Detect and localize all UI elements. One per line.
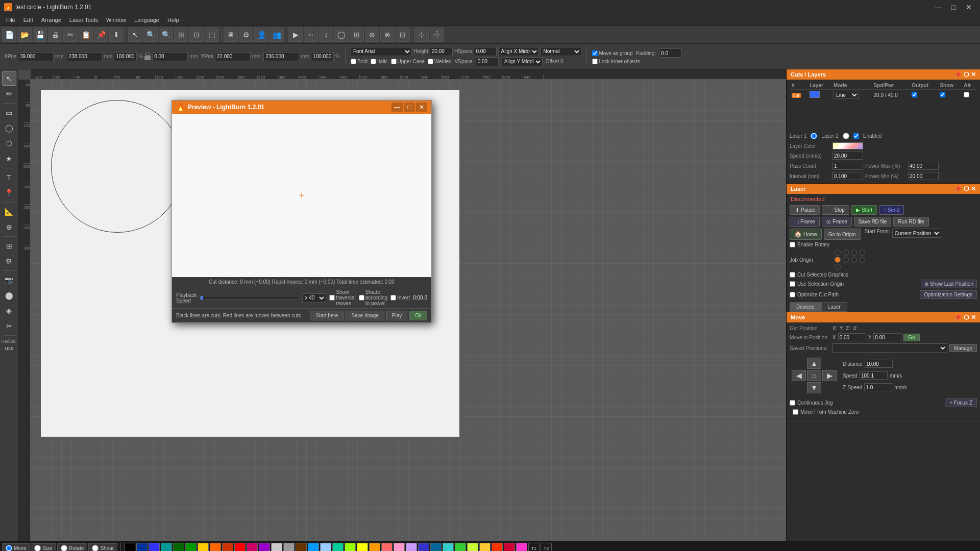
layer-color-swatch[interactable] xyxy=(832,142,863,149)
color-31[interactable] xyxy=(504,543,515,552)
color-30[interactable] xyxy=(492,543,503,552)
save-rd-button[interactable]: Save RD file xyxy=(854,217,892,227)
ellipse-tool[interactable]: ◯ xyxy=(2,121,16,135)
text-tool[interactable]: T xyxy=(2,170,16,185)
cuts-layers-pin[interactable]: 📌 xyxy=(954,71,962,78)
start-from-select[interactable]: Current Position Absolute Coords User Or… xyxy=(892,229,941,238)
xpos-input[interactable] xyxy=(18,52,54,61)
maximize-button[interactable]: □ xyxy=(946,2,961,12)
align-x-select[interactable]: Align X Middle xyxy=(498,47,539,56)
color-09[interactable] xyxy=(234,543,246,552)
send-button[interactable]: ↑ Send xyxy=(879,205,904,215)
invert-checkbox[interactable]: Invert xyxy=(390,295,410,300)
paste-button[interactable]: 📌 xyxy=(94,28,108,42)
go-button[interactable]: Go xyxy=(903,334,919,341)
polygon-tool[interactable]: ⬡ xyxy=(2,136,16,151)
color-14[interactable] xyxy=(296,543,307,552)
move-mode-btn[interactable]: Move xyxy=(2,543,30,551)
node-tool[interactable]: ⊹ xyxy=(414,28,429,42)
color-27[interactable] xyxy=(455,543,466,552)
play-laser-btn[interactable]: ▶ xyxy=(288,28,303,42)
laser1-radio[interactable] xyxy=(811,133,817,139)
color-04[interactable] xyxy=(173,543,184,552)
show-checkbox[interactable] xyxy=(940,92,945,97)
stop-button[interactable]: ⬛ Stop xyxy=(822,205,849,215)
copy-button[interactable]: 📋 xyxy=(79,28,93,42)
zoom-in-tool[interactable]: 🔍 xyxy=(143,28,158,42)
save-button[interactable]: 💾 xyxy=(33,28,47,42)
color-25[interactable] xyxy=(430,543,442,552)
menu-file[interactable]: File xyxy=(2,16,19,24)
close-button[interactable]: ✕ xyxy=(962,2,976,12)
devices-tab[interactable]: Devices xyxy=(790,302,821,312)
settings-tool[interactable]: ⚙ xyxy=(239,28,253,42)
array-tool[interactable]: ⊞ xyxy=(350,28,364,42)
jog-down-button[interactable]: ▼ xyxy=(807,382,821,393)
color-17[interactable] xyxy=(332,543,344,552)
width-pct-input[interactable] xyxy=(114,52,137,61)
vspace-input[interactable] xyxy=(476,57,499,66)
preview-maximize-button[interactable]: □ xyxy=(404,103,415,112)
rotate-mode-btn[interactable]: Rotate xyxy=(57,543,87,551)
settings2-tool[interactable]: ⚙ xyxy=(2,254,16,268)
enabled-checkbox[interactable] xyxy=(853,133,859,139)
color-10[interactable] xyxy=(247,543,258,552)
new-button[interactable]: 📄 xyxy=(2,28,16,42)
zoom-selected-tool[interactable]: ⊡ xyxy=(189,28,204,42)
measure-tool[interactable]: 📐 xyxy=(2,205,16,219)
boolean-tool[interactable]: ⊗ xyxy=(380,28,395,42)
show-last-position-button[interactable]: ⊕ Show Last Position xyxy=(921,280,977,288)
select-tool[interactable]: ↖ xyxy=(2,71,16,86)
air-checkbox[interactable] xyxy=(964,92,969,97)
color-29[interactable] xyxy=(479,543,491,552)
draw-tool[interactable]: ✏ xyxy=(2,87,16,101)
welded-checkbox[interactable]: Welded xyxy=(428,59,452,64)
fill-tool[interactable]: ⬤ xyxy=(2,288,16,303)
color-13[interactable] xyxy=(283,543,295,552)
monitor-tool[interactable]: 🖥 xyxy=(224,28,238,42)
frame-button1[interactable]: ⬚ Frame xyxy=(790,217,820,227)
go-to-origin-button[interactable]: Go to Origin xyxy=(824,229,861,240)
zspeed-input[interactable] xyxy=(864,383,892,391)
bold-checkbox[interactable]: Bold xyxy=(351,59,368,64)
height-pct-input[interactable] xyxy=(311,52,334,61)
pause-button[interactable]: ⏸ Pause xyxy=(790,205,820,215)
laser-close[interactable]: ✕ xyxy=(971,185,976,192)
import-button[interactable]: ⬇ xyxy=(109,28,124,42)
flip-h-tool[interactable]: ↔ xyxy=(304,28,318,42)
node-edit-tool[interactable]: ◈ xyxy=(2,304,16,318)
hspace-input[interactable] xyxy=(474,47,497,56)
origin-mr[interactable] xyxy=(843,257,849,263)
uppercase-checkbox[interactable]: Upper Case xyxy=(391,59,425,64)
color-21[interactable] xyxy=(381,543,393,552)
pointer-tool[interactable]: ↖ xyxy=(128,28,142,42)
weld-tool[interactable]: ⊕ xyxy=(365,28,379,42)
align-y-select[interactable]: Align Y Middle xyxy=(502,57,543,66)
speed-multiplier-select[interactable]: x 40 x 10 x 20 x 100 xyxy=(302,293,326,303)
preview-progress[interactable] xyxy=(200,296,300,300)
italic-checkbox[interactable]: Italic xyxy=(371,59,388,64)
ok-button[interactable]: Ok xyxy=(409,311,427,320)
menu-arrange[interactable]: Arrange xyxy=(37,16,65,24)
users-tool[interactable]: 👥 xyxy=(270,28,284,42)
color-28[interactable] xyxy=(467,543,478,552)
saved-positions-select[interactable] xyxy=(832,343,947,353)
enable-rotary-checkbox[interactable] xyxy=(790,242,795,247)
preview-minimize-button[interactable]: — xyxy=(391,103,403,112)
menu-laser-tools[interactable]: Laser Tools xyxy=(65,16,102,24)
home-button[interactable]: 🏠 Home xyxy=(790,229,822,240)
user-tool[interactable]: 👤 xyxy=(254,28,268,42)
jog-left-button[interactable]: ◀ xyxy=(792,370,806,381)
t2-tile[interactable]: T2 xyxy=(541,543,552,552)
color-05[interactable] xyxy=(185,543,197,552)
color-23[interactable] xyxy=(406,543,417,552)
output-checkbox[interactable] xyxy=(912,92,917,97)
color-15[interactable] xyxy=(308,543,319,552)
cuts-layers-close[interactable]: ✕ xyxy=(971,71,976,78)
laser-tab[interactable]: Laser xyxy=(821,302,847,312)
jog-up-button[interactable]: ▲ xyxy=(807,358,821,369)
start-button[interactable]: ▶ Start xyxy=(851,205,877,215)
color-01[interactable] xyxy=(136,543,148,552)
shade-power-checkbox[interactable]: Shade according to power xyxy=(359,289,387,306)
distance-input[interactable] xyxy=(865,360,893,368)
